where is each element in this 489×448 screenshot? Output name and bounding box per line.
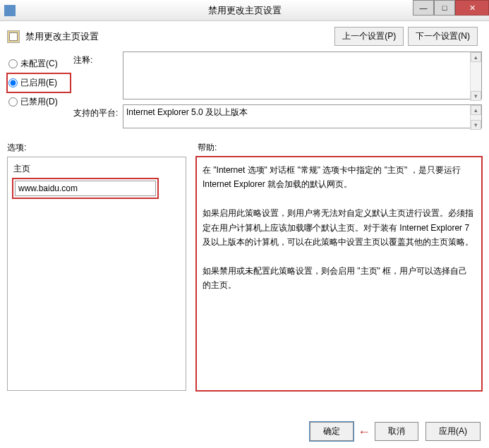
nav-buttons: 上一个设置(P) 下一个设置(N) — [334, 27, 478, 46]
radio-column: 未配置(C) 已启用(E) 已禁用(D) — [7, 52, 71, 133]
radio-enabled-input[interactable] — [8, 78, 18, 87]
platform-scrollbar[interactable]: ▴▾ — [470, 105, 481, 130]
cancel-button[interactable]: 取消 — [375, 422, 418, 441]
homepage-input-highlight — [13, 179, 157, 198]
radio-not-configured-input[interactable] — [8, 59, 18, 68]
scroll-down-icon[interactable]: ▾ — [471, 91, 481, 101]
prev-setting-button[interactable]: 上一个设置(P) — [334, 27, 404, 46]
title-bar: 禁用更改主页设置 — □ ✕ — [0, 0, 489, 21]
comment-label: 注释: — [73, 52, 123, 66]
ok-button[interactable]: 确定 — [310, 422, 354, 441]
next-setting-button[interactable]: 下一个设置(N) — [408, 27, 478, 46]
apply-button[interactable]: 应用(A) — [425, 422, 481, 441]
footer-buttons: 确定 ← 取消 应用(A) — [310, 422, 481, 441]
platform-row: 支持的平台: ▴▾ — [73, 104, 482, 131]
comment-box: ▴▾ — [123, 52, 482, 102]
help-section-label: 帮助: — [198, 142, 217, 154]
minimize-button[interactable]: — — [413, 0, 434, 16]
radio-not-configured-label: 未配置(C) — [20, 58, 58, 70]
radio-not-configured[interactable]: 未配置(C) — [7, 54, 71, 73]
platform-box: ▴▾ — [123, 104, 482, 131]
radio-disabled[interactable]: 已禁用(D) — [7, 92, 71, 111]
window-title: 禁用更改主页设置 — [208, 4, 282, 17]
platform-value — [123, 104, 482, 128]
comment-input[interactable] — [123, 52, 482, 99]
window-controls: — □ ✕ — [413, 0, 489, 16]
scroll-down-icon[interactable]: ▾ — [471, 120, 481, 130]
platform-label: 支持的平台: — [73, 104, 123, 119]
radio-enabled-label: 已启用(E) — [20, 77, 57, 89]
fields-column: 注释: ▴▾ 支持的平台: ▴▾ — [71, 52, 482, 133]
homepage-option-label: 主页 — [13, 163, 180, 175]
app-icon — [4, 5, 16, 16]
page-title: 禁用更改主页设置 — [25, 30, 334, 43]
config-area: 未配置(C) 已启用(E) 已禁用(D) 注释: ▴▾ 支持的平台: ▴▾ — [0, 49, 489, 133]
maximize-button[interactable]: □ — [434, 0, 455, 16]
scroll-up-icon[interactable]: ▴ — [471, 105, 481, 115]
options-panel: 主页 — [7, 157, 186, 391]
options-section-label: 选项: — [7, 142, 198, 154]
radio-enabled[interactable]: 已启用(E) — [7, 73, 71, 92]
help-text: 在 "Internet 选项" 对话框 "常规" 选项卡中指定的 "主页" ，是… — [203, 163, 476, 293]
panels-row: 主页 在 "Internet 选项" 对话框 "常规" 选项卡中指定的 "主页"… — [0, 157, 489, 391]
arrow-left-icon: ← — [358, 425, 370, 438]
scroll-up-icon[interactable]: ▴ — [471, 52, 481, 62]
radio-disabled-input[interactable] — [8, 97, 18, 107]
header-row: 禁用更改主页设置 上一个设置(P) 下一个设置(N) — [0, 21, 489, 49]
close-button[interactable]: ✕ — [455, 0, 489, 16]
comment-scrollbar[interactable]: ▴▾ — [470, 52, 481, 101]
comment-row: 注释: ▴▾ — [73, 52, 482, 102]
help-panel: 在 "Internet 选项" 对话框 "常规" 选项卡中指定的 "主页" ，是… — [196, 157, 482, 391]
section-labels-row: 选项: 帮助: — [0, 133, 489, 157]
radio-disabled-label: 已禁用(D) — [20, 96, 58, 108]
policy-icon — [7, 30, 20, 43]
homepage-input[interactable] — [15, 181, 156, 196]
